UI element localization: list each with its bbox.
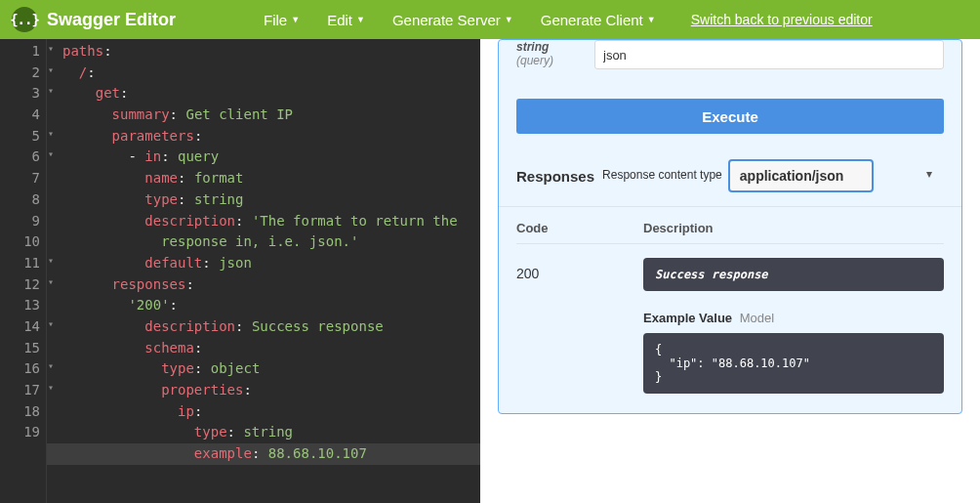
col-header-code: Code — [516, 221, 643, 235]
menu-edit-label: Edit — [327, 12, 352, 28]
menu-file[interactable]: File▼ — [264, 12, 300, 28]
menu-file-label: File — [264, 12, 287, 28]
code-editor[interactable]: 12345678910111213141516171819 paths: /: … — [0, 39, 480, 503]
operation-panel: string (query) Execute Responses Respons… — [498, 39, 962, 414]
top-navbar: {..} Swagger Editor File▼ Edit▼ Generate… — [0, 0, 980, 39]
table-row: 200 Success response Example Value Model… — [516, 258, 944, 394]
menu-generate-client-label: Generate Client — [541, 12, 643, 28]
responses-table: Code Description 200 Success response Ex… — [499, 207, 961, 394]
menu-bar: File▼ Edit▼ Generate Server▼ Generate Cl… — [264, 12, 873, 28]
content-type-label: Response content type — [602, 169, 722, 182]
swagger-logo-icon: {..} — [12, 7, 37, 32]
tab-model[interactable]: Model — [740, 311, 774, 325]
tab-example-value[interactable]: Example Value — [643, 311, 732, 325]
response-description: Success response — [643, 258, 944, 291]
caret-down-icon: ▼ — [505, 15, 513, 24]
line-number-gutter: 12345678910111213141516171819 — [0, 39, 47, 503]
param-input-format[interactable] — [594, 40, 944, 69]
code-column[interactable]: paths: /: get: summary: Get client IP pa… — [47, 39, 480, 503]
menu-generate-server-label: Generate Server — [392, 12, 501, 28]
brand-title: Swagger Editor — [47, 10, 176, 30]
execute-button[interactable]: Execute — [516, 99, 944, 134]
switch-back-link[interactable]: Switch back to previous editor — [691, 12, 873, 27]
response-code: 200 — [516, 258, 643, 281]
example-tabs: Example Value Model — [643, 311, 944, 325]
example-json[interactable]: { "ip": "88.68.10.107" } — [643, 333, 944, 394]
responses-label: Responses — [516, 168, 594, 185]
menu-generate-server[interactable]: Generate Server▼ — [392, 12, 513, 28]
menu-generate-client[interactable]: Generate Client▼ — [541, 12, 656, 28]
responses-header-bar: Responses Response content type applicat… — [499, 151, 961, 207]
caret-down-icon: ▼ — [291, 15, 300, 24]
col-header-description: Description — [643, 221, 944, 235]
menu-edit[interactable]: Edit▼ — [327, 12, 365, 28]
param-location: (query) — [516, 54, 594, 67]
parameter-row: string (query) — [499, 40, 961, 91]
content-type-select[interactable]: application/json — [728, 159, 874, 192]
caret-down-icon: ▼ — [356, 15, 365, 24]
docs-panel: string (query) Execute Responses Respons… — [480, 39, 980, 503]
param-type: string — [516, 40, 594, 54]
caret-down-icon: ▼ — [647, 15, 656, 24]
